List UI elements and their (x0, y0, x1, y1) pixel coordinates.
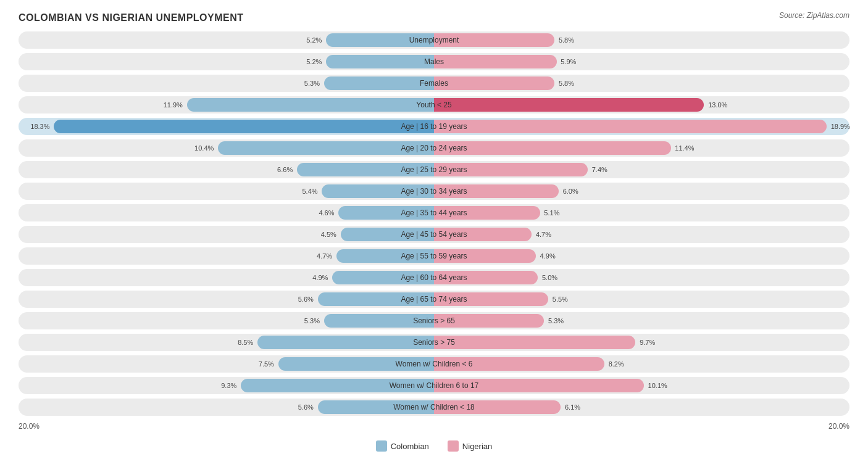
chart-title: COLOMBIAN VS NIGERIAN UNEMPLOYMENT (19, 12, 849, 23)
chart-row: Women w/ Children 6 to 17 9.3% 10.1% (19, 375, 849, 395)
value-left-9: 4.5% (321, 231, 336, 238)
bar-left-9 (341, 228, 434, 241)
chart-row: Age | 20 to 24 years 10.4% 11.4% (19, 138, 849, 158)
bar-right-17 (434, 400, 561, 414)
value-right-15: 8.2% (609, 360, 624, 368)
bars-wrapper: Seniors > 75 8.5% 9.7% (19, 334, 849, 351)
bar-right-16 (434, 379, 644, 392)
value-right-16: 10.1% (648, 382, 667, 389)
bar-left-2 (324, 76, 434, 90)
chart-row: Youth < 25 11.9% 13.0% (19, 94, 849, 115)
value-right-2: 5.8% (559, 80, 574, 87)
value-left-2: 5.3% (304, 80, 320, 87)
colombian-label: Colombian (391, 442, 429, 451)
bars-wrapper: Women w/ Children < 18 5.6% 6.1% (19, 399, 849, 416)
axis-labels: 20.0% 20.0% (19, 422, 849, 431)
bars-wrapper: Age | 55 to 59 years 4.7% 4.9% (19, 247, 849, 265)
bar-left-8 (338, 206, 434, 220)
bar-left-1 (326, 55, 434, 68)
value-right-7: 6.0% (563, 188, 578, 195)
chart-row: Seniors > 65 5.3% 5.3% (19, 310, 849, 331)
value-left-10: 4.7% (317, 252, 332, 260)
bar-left-5 (218, 141, 434, 155)
source-text: Source: ZipAtlas.com (779, 11, 849, 20)
value-right-13: 5.3% (548, 317, 564, 324)
bar-left-14 (257, 336, 434, 349)
value-left-6: 6.6% (277, 166, 293, 173)
bar-right-4 (434, 120, 827, 133)
axis-left: 20.0% (19, 422, 40, 431)
chart-row: Age | 25 to 29 years 6.6% 7.4% (19, 159, 849, 180)
value-left-13: 5.3% (304, 317, 320, 324)
value-right-0: 5.8% (559, 36, 574, 44)
bar-left-6 (297, 163, 434, 176)
bars-wrapper: Seniors > 65 5.3% 5.3% (19, 312, 849, 329)
chart-row: Age | 45 to 54 years 4.5% 4.7% (19, 224, 849, 244)
bar-left-11 (332, 271, 434, 284)
legend-colombian: Colombian (376, 440, 429, 452)
value-left-14: 8.5% (238, 339, 253, 346)
chart-row: Females 5.3% 5.8% (19, 73, 849, 93)
bar-left-3 (187, 98, 434, 112)
bar-right-7 (434, 184, 559, 198)
value-right-8: 5.1% (544, 209, 559, 217)
value-left-15: 7.5% (259, 360, 274, 368)
bar-right-11 (434, 271, 538, 284)
value-right-4: 18.9% (831, 123, 850, 130)
chart-row: Males 5.2% 5.9% (19, 51, 849, 72)
bar-left-0 (326, 33, 434, 47)
bar-left-12 (318, 292, 434, 306)
chart-row: Age | 16 to 19 years 18.3% 18.9% (19, 116, 849, 136)
bar-left-17 (318, 400, 434, 414)
value-left-3: 11.9% (164, 101, 183, 109)
bar-right-9 (434, 228, 532, 241)
colombian-color-swatch (376, 440, 387, 452)
bars-wrapper: Age | 60 to 64 years 4.9% 5.0% (19, 269, 849, 286)
bar-left-10 (336, 249, 434, 263)
bars-wrapper: Age | 20 to 24 years 10.4% 11.4% (19, 139, 849, 157)
bar-right-2 (434, 76, 554, 90)
chart-row: Women w/ Children < 18 5.6% 6.1% (19, 397, 849, 417)
chart-row: Unemployment 5.2% 5.8% (19, 30, 849, 50)
value-left-17: 5.6% (298, 403, 314, 411)
bars-wrapper: Males 5.2% 5.9% (19, 53, 849, 70)
value-right-14: 9.7% (640, 339, 655, 346)
bar-right-0 (434, 33, 554, 47)
value-right-12: 5.5% (553, 295, 568, 303)
value-left-11: 4.9% (312, 274, 328, 281)
nigerian-color-swatch (448, 440, 459, 452)
bars-wrapper: Age | 16 to 19 years 18.3% 18.9% (19, 118, 849, 135)
chart-row: Age | 35 to 44 years 4.6% 5.1% (19, 202, 849, 223)
bars-wrapper: Unemployment 5.2% 5.8% (19, 31, 849, 49)
bars-wrapper: Age | 65 to 74 years 5.6% 5.5% (19, 291, 849, 308)
bar-right-3 (434, 98, 704, 112)
bar-right-1 (434, 55, 557, 68)
value-left-8: 4.6% (319, 209, 334, 217)
value-right-9: 4.7% (536, 231, 551, 238)
chart-row: Age | 30 to 34 years 5.4% 6.0% (19, 181, 849, 201)
value-left-4: 18.3% (30, 123, 49, 130)
bars-wrapper: Youth < 25 11.9% 13.0% (19, 96, 849, 114)
bar-right-13 (434, 314, 544, 328)
value-right-11: 5.0% (542, 274, 557, 281)
bar-left-16 (241, 379, 434, 392)
bar-left-4 (54, 120, 434, 133)
value-right-3: 13.0% (708, 101, 727, 109)
axis-right: 20.0% (828, 422, 849, 431)
chart-row: Seniors > 75 8.5% 9.7% (19, 332, 849, 352)
bar-left-15 (278, 357, 434, 371)
value-left-5: 10.4% (194, 144, 214, 152)
value-left-12: 5.6% (298, 295, 314, 303)
value-left-7: 5.4% (302, 188, 317, 195)
bars-wrapper: Women w/ Children 6 to 17 9.3% 10.1% (19, 377, 849, 394)
bar-left-13 (324, 314, 434, 328)
bar-right-15 (434, 357, 604, 371)
bar-right-12 (434, 292, 548, 306)
bar-right-14 (434, 336, 635, 349)
value-right-1: 5.9% (561, 58, 576, 65)
bars-wrapper: Age | 30 to 34 years 5.4% 6.0% (19, 183, 849, 200)
value-right-6: 7.4% (592, 166, 607, 173)
bar-left-7 (322, 184, 434, 198)
bars-wrapper: Age | 35 to 44 years 4.6% 5.1% (19, 204, 849, 221)
chart-row: Age | 60 to 64 years 4.9% 5.0% (19, 267, 849, 287)
